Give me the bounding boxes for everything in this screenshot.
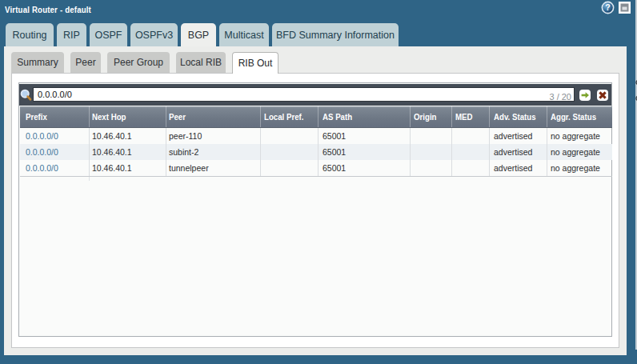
svg-text:?: ? [605,2,610,12]
